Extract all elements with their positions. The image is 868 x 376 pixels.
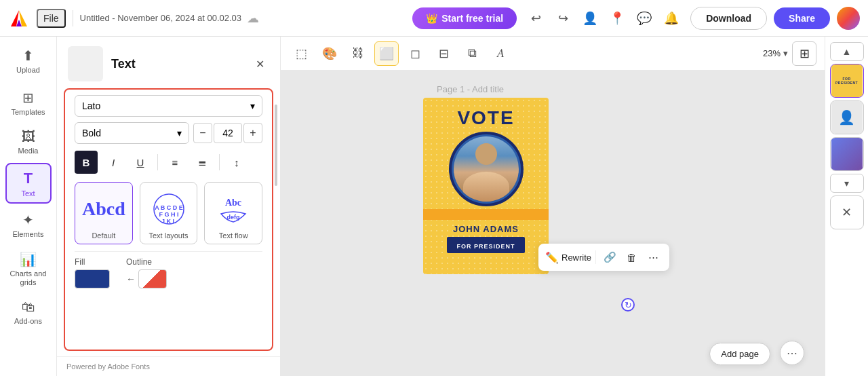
poster-subtitle-box: FOR PRESIDENT xyxy=(447,237,524,253)
canvas-content[interactable]: Page 1 - Add title VOTE xyxy=(281,71,825,376)
page-thumbnail-2[interactable]: 👤 xyxy=(830,100,864,134)
elements-icon: ✦ xyxy=(22,212,34,228)
format-separator xyxy=(157,154,158,170)
link-button[interactable]: 🔗 xyxy=(600,248,619,267)
fill-label: Fill xyxy=(75,257,110,267)
decrease-size-button[interactable]: − xyxy=(193,123,212,143)
chevron-down-icon: ▾ xyxy=(177,128,182,138)
text-icon: T xyxy=(24,170,33,187)
font-size-control: − + xyxy=(193,123,262,143)
canvas-toolbar: ⬚ 🎨 ⛓ ⬜ ◻ ⊟ ⧉ 𝐴 23% ▾ ⊞ xyxy=(281,37,825,71)
font-size-input[interactable] xyxy=(214,123,242,143)
default-preview: Abcd xyxy=(77,189,131,229)
panel-scrollbar[interactable] xyxy=(275,105,277,186)
underline-text-button[interactable]: U xyxy=(129,151,152,174)
sidebar-item-elements[interactable]: ✦ Elements xyxy=(5,206,52,243)
style-card-text-layouts[interactable]: A B C D E F G H I J K L Text layouts xyxy=(140,182,198,244)
align-left-button[interactable]: ≡ xyxy=(163,151,186,174)
rotate-handle[interactable]: ↻ xyxy=(621,298,635,312)
poster-banner xyxy=(423,209,549,220)
sidebar-item-templates[interactable]: ⊞ Templates xyxy=(5,84,52,121)
svg-text:F G H I: F G H I xyxy=(159,211,178,218)
font-style-select[interactable]: Bold ▾ xyxy=(75,122,189,144)
style-card-text-flow[interactable]: Abc defg Text flow xyxy=(204,182,262,244)
align-button[interactable]: ⊟ xyxy=(431,41,456,66)
bold-text-button[interactable]: B xyxy=(75,151,98,174)
float-divider xyxy=(595,250,596,264)
page-thumbnail-3[interactable] xyxy=(830,137,864,171)
sidebar-item-media[interactable]: 🖼 Media xyxy=(5,124,52,159)
start-trial-button[interactable]: 👑 Start free trial xyxy=(412,7,517,29)
notifications-button[interactable]: 🔔 xyxy=(659,6,684,31)
avatar[interactable] xyxy=(837,7,860,30)
delete-button[interactable]: 🗑 xyxy=(622,248,641,267)
scroll-down-button[interactable]: ▾ xyxy=(830,174,864,193)
outline-color-swatch[interactable] xyxy=(138,269,167,288)
addons-icon: 🛍 xyxy=(22,299,35,315)
app-logo[interactable] xyxy=(8,7,30,29)
copy-style-button[interactable]: ⧉ xyxy=(460,41,484,66)
zoom-control: 23% ▾ xyxy=(753,48,788,58)
italic-text-button[interactable]: I xyxy=(102,151,125,174)
sidebar-left: ⬆ Upload ⊞ Templates 🖼 Media T Text ✦ El… xyxy=(0,37,57,376)
fill-tool-button[interactable]: ⬜ xyxy=(374,41,399,66)
grid-view-button[interactable]: ⊞ xyxy=(792,41,816,66)
more-options-button[interactable]: ⋯ xyxy=(644,248,663,267)
templates-icon: ⊞ xyxy=(22,90,34,106)
color-wheel-button[interactable]: 🎨 xyxy=(317,41,342,66)
spacing-button[interactable]: ↕ xyxy=(225,151,248,174)
style-card-default[interactable]: Abcd Default xyxy=(75,182,133,244)
style-row: Bold ▾ − + xyxy=(75,122,262,144)
sidebar-item-text[interactable]: T Text xyxy=(5,163,52,204)
sidebar-item-addons[interactable]: 🛍 Add-ons xyxy=(5,294,52,330)
topbar-divider xyxy=(73,10,73,26)
poster-subtitle: FOR PRESIDENT xyxy=(456,243,515,250)
sidebar-item-charts-grids[interactable]: 📊 Charts and grids xyxy=(5,246,52,291)
panel-close-button[interactable]: ✕ xyxy=(250,54,269,73)
more-button[interactable]: ⋯ xyxy=(780,341,804,365)
arrow-icon: ← xyxy=(126,274,136,284)
poster-photo-ring xyxy=(449,132,524,206)
redo-button[interactable]: ↪ xyxy=(551,6,575,31)
canvas-area: ⬚ 🎨 ⛓ ⬜ ◻ ⊟ ⧉ 𝐴 23% ▾ ⊞ Page 1 - Add tit… xyxy=(281,37,825,376)
poster-name: JOHN ADAMS xyxy=(453,224,519,234)
file-menu-button[interactable]: File xyxy=(37,9,66,28)
location-button[interactable]: 📍 xyxy=(605,6,629,31)
sidebar-item-text-label: Text xyxy=(21,189,35,198)
political-poster[interactable]: VOTE JOHN ADAMS xyxy=(423,98,549,274)
thumb-for-president-preview: FOR PRESIDENT xyxy=(831,64,863,98)
rewrite-icon: ✏️ xyxy=(545,251,559,264)
chain-button[interactable]: ⛓ xyxy=(346,41,370,66)
format-row: B I U ≡ ≣ ↕ xyxy=(75,151,262,174)
thumb-person-preview: 👤 xyxy=(831,100,863,134)
list-button[interactable]: ≣ xyxy=(191,151,214,174)
sidebar-item-charts-label: Charts and grids xyxy=(8,269,49,287)
sidebar-item-templates-label: Templates xyxy=(11,108,45,117)
scroll-up-button[interactable]: ▲ xyxy=(830,42,864,61)
outline-label: Outline xyxy=(126,257,167,267)
translate-button[interactable]: 𝐴 xyxy=(488,41,513,66)
page-thumbnail-1[interactable]: FOR PRESIDENT xyxy=(830,64,864,98)
font-family-select[interactable]: Lato ▾ xyxy=(75,95,262,117)
close-right-panel-button[interactable]: ✕ xyxy=(830,195,864,229)
zoom-chevron-icon[interactable]: ▾ xyxy=(783,48,788,58)
sidebar-item-upload[interactable]: ⬆ Upload xyxy=(5,42,52,79)
increase-size-button[interactable]: + xyxy=(243,123,262,143)
undo-button[interactable]: ↩ xyxy=(524,6,548,31)
shadow-button[interactable]: ◻ xyxy=(403,41,427,66)
sidebar-item-upload-label: Upload xyxy=(16,66,40,75)
powered-label: Powered by Adobe Fonts xyxy=(66,362,150,371)
style-cards: Abcd Default A B C D E F G H I J K L xyxy=(75,182,262,244)
fill-color-swatch[interactable] xyxy=(75,269,110,288)
zoom-value: 23% xyxy=(753,48,781,58)
rewrite-label: Rewrite xyxy=(561,252,591,263)
add-page-button[interactable]: Add page xyxy=(709,343,770,365)
svg-text:defg: defg xyxy=(227,214,240,221)
download-button[interactable]: Download xyxy=(690,7,767,30)
comments-button[interactable]: 💬 xyxy=(632,6,656,31)
crop-tool-button[interactable]: ⬚ xyxy=(289,41,313,66)
svg-text:Abc: Abc xyxy=(225,198,241,208)
share-button[interactable]: Share xyxy=(774,7,830,29)
account-button[interactable]: 👤 xyxy=(578,6,602,31)
thumb-gradient-preview xyxy=(831,137,863,171)
